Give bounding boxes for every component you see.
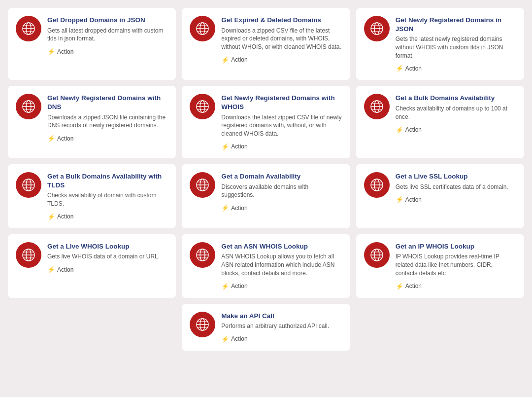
card-action-live-ssl-lookup[interactable]: ⚡ Action [396,196,516,203]
card-title-asn-whois-lookup: Get an ASN WHOIS Lookup [221,242,342,251]
card-bulk-domains-tlds[interactable]: Get a Bulk Domains Availability with TLD… [8,164,176,228]
card-desc-asn-whois-lookup: ASN WHOIS Lookup allows you to fetch all… [221,253,342,277]
bolt-icon-expired-deleted-domains: ⚡ [221,56,229,64]
card-title-live-ssl-lookup: Get a Live SSL Lookup [396,172,516,181]
bolt-icon-live-whois-lookup: ⚡ [47,266,55,273]
card-desc-domain-availability: Discovers available domains with suggest… [221,183,342,200]
card-title-newly-registered-dns: Get Newly Registered Domains with DNS [47,94,168,111]
bolt-icon-dropped-domains-json: ⚡ [47,48,55,55]
action-label-bulk-domains-tlds: Action [57,213,73,220]
card-icon-make-api-call [190,312,215,337]
card-asn-whois-lookup[interactable]: Get an ASN WHOIS Lookup ASN WHOIS Lookup… [182,234,350,298]
bolt-icon-newly-registered-dns: ⚡ [47,135,55,142]
card-action-newly-registered-dns[interactable]: ⚡ Action [47,135,168,142]
card-live-ssl-lookup[interactable]: Get a Live SSL Lookup Gets live SSL cert… [356,164,524,228]
card-domain-availability[interactable]: Get a Domain Availability Discovers avai… [182,164,350,228]
card-icon-newly-registered-whois [190,94,215,119]
card-icon-expired-deleted-domains [190,16,215,41]
card-newly-registered-whois[interactable]: Get Newly Registered Domains with WHOIS … [182,86,350,158]
card-content-domain-availability: Get a Domain Availability Discovers avai… [221,172,342,212]
card-icon-live-ssl-lookup [364,172,390,198]
bolt-icon-asn-whois-lookup: ⚡ [221,283,229,290]
card-expired-deleted-domains[interactable]: Get Expired & Deleted Domains Downloads … [182,8,350,80]
card-title-make-api-call: Make an API Call [221,312,342,321]
card-desc-newly-registered-json: Gets the latest newly registered domains… [396,35,516,60]
card-icon-bulk-domains-availability [364,94,390,119]
card-action-newly-registered-json[interactable]: ⚡ Action [396,65,516,72]
card-desc-expired-deleted-domains: Downloads a zipped CSV file of the lates… [221,27,342,51]
bolt-icon-ip-whois-lookup: ⚡ [396,283,403,290]
card-desc-bulk-domains-availability: Checks availability of domains up to 100… [396,105,516,121]
card-desc-bulk-domains-tlds: Checks availability of domain with custo… [47,191,168,208]
action-label-ip-whois-lookup: Action [405,283,422,289]
card-icon-ip-whois-lookup [364,242,390,268]
card-action-bulk-domains-availability[interactable]: ⚡ Action [396,126,516,134]
card-live-whois-lookup[interactable]: Get a Live WHOIS Lookup Gets live WHOIS … [8,234,176,298]
card-content-newly-registered-dns: Get Newly Registered Domains with DNS Do… [47,94,168,142]
action-label-domain-availability: Action [231,205,247,212]
action-label-make-api-call: Action [231,335,247,342]
card-icon-newly-registered-json [364,16,390,41]
card-content-bulk-domains-tlds: Get a Bulk Domains Availability with TLD… [47,172,168,220]
card-content-live-ssl-lookup: Get a Live SSL Lookup Gets live SSL cert… [396,172,516,203]
action-label-newly-registered-whois: Action [231,143,247,150]
card-action-live-whois-lookup[interactable]: ⚡ Action [47,266,168,273]
card-desc-newly-registered-whois: Downloads the latest zipped CSV file of … [221,113,342,138]
card-title-bulk-domains-availability: Get a Bulk Domains Availability [396,94,516,103]
bolt-icon-newly-registered-whois: ⚡ [221,143,229,150]
card-content-expired-deleted-domains: Get Expired & Deleted Domains Downloads … [221,16,342,64]
action-label-bulk-domains-availability: Action [405,126,422,133]
card-icon-newly-registered-dns [16,94,41,119]
card-title-ip-whois-lookup: Get an IP WHOIS Lookup [396,242,516,251]
bolt-icon-bulk-domains-tlds: ⚡ [47,213,55,220]
card-title-expired-deleted-domains: Get Expired & Deleted Domains [221,16,342,25]
card-action-asn-whois-lookup[interactable]: ⚡ Action [221,283,342,290]
card-action-domain-availability[interactable]: ⚡ Action [221,204,342,212]
card-newly-registered-dns[interactable]: Get Newly Registered Domains with DNS Do… [8,86,176,158]
card-action-ip-whois-lookup[interactable]: ⚡ Action [396,283,516,290]
main-grid: Get Dropped Domains in JSON Gets all lat… [8,8,524,298]
card-desc-live-ssl-lookup: Gets live SSL certificates data of a dom… [396,183,516,191]
card-title-live-whois-lookup: Get a Live WHOIS Lookup [47,242,168,251]
card-icon-domain-availability [190,172,215,198]
bolt-icon-bulk-domains-availability: ⚡ [396,126,403,134]
card-desc-dropped-domains-json: Gets all latest dropped domains with cus… [47,27,168,43]
card-content-bulk-domains-availability: Get a Bulk Domains Availability Checks a… [396,94,516,133]
card-icon-asn-whois-lookup [190,242,215,268]
action-label-live-ssl-lookup: Action [405,196,422,203]
card-newly-registered-json[interactable]: Get Newly Registered Domains in JSON Get… [356,8,524,80]
bolt-icon-domain-availability: ⚡ [221,204,229,212]
card-action-make-api-call[interactable]: ⚡ Action [221,335,342,343]
card-action-bulk-domains-tlds[interactable]: ⚡ Action [47,213,168,220]
card-icon-live-whois-lookup [16,242,41,268]
card-icon-bulk-domains-tlds [16,172,41,198]
bolt-icon-make-api-call: ⚡ [221,335,229,343]
card-content-asn-whois-lookup: Get an ASN WHOIS Lookup ASN WHOIS Lookup… [221,242,342,290]
card-content-dropped-domains-json: Get Dropped Domains in JSON Gets all lat… [47,16,168,55]
card-title-newly-registered-whois: Get Newly Registered Domains with WHOIS [221,94,342,111]
card-title-bulk-domains-tlds: Get a Bulk Domains Availability with TLD… [47,172,168,189]
card-content-ip-whois-lookup: Get an IP WHOIS Lookup IP WHOIS Lookup p… [396,242,516,290]
card-dropped-domains-json[interactable]: Get Dropped Domains in JSON Gets all lat… [8,8,176,80]
card-desc-ip-whois-lookup: IP WHOIS Lookup provides real-time IP re… [396,253,516,277]
card-content-newly-registered-whois: Get Newly Registered Domains with WHOIS … [221,94,342,150]
card-make-api-call[interactable]: Make an API Call Performs an arbitrary a… [182,304,350,351]
card-action-expired-deleted-domains[interactable]: ⚡ Action [221,56,342,64]
card-title-domain-availability: Get a Domain Availability [221,172,342,181]
card-action-newly-registered-whois[interactable]: ⚡ Action [221,143,342,150]
card-ip-whois-lookup[interactable]: Get an IP WHOIS Lookup IP WHOIS Lookup p… [356,234,524,298]
bolt-icon-newly-registered-json: ⚡ [396,65,403,72]
card-bulk-domains-availability[interactable]: Get a Bulk Domains Availability Checks a… [356,86,524,158]
action-label-expired-deleted-domains: Action [231,56,247,63]
card-action-dropped-domains-json[interactable]: ⚡ Action [47,48,168,55]
card-content-newly-registered-json: Get Newly Registered Domains in JSON Get… [396,16,516,72]
card-content-make-api-call: Make an API Call Performs an arbitrary a… [221,312,342,343]
last-row: Make an API Call Performs an arbitrary a… [8,304,524,351]
action-label-asn-whois-lookup: Action [231,283,247,289]
action-label-newly-registered-dns: Action [57,135,73,142]
card-desc-make-api-call: Performs an arbitrary authorized API cal… [221,322,342,330]
action-label-newly-registered-json: Action [405,65,422,72]
action-label-live-whois-lookup: Action [57,266,73,273]
card-title-dropped-domains-json: Get Dropped Domains in JSON [47,16,168,25]
card-desc-newly-registered-dns: Downloads a zipped JSON file containing … [47,113,168,130]
